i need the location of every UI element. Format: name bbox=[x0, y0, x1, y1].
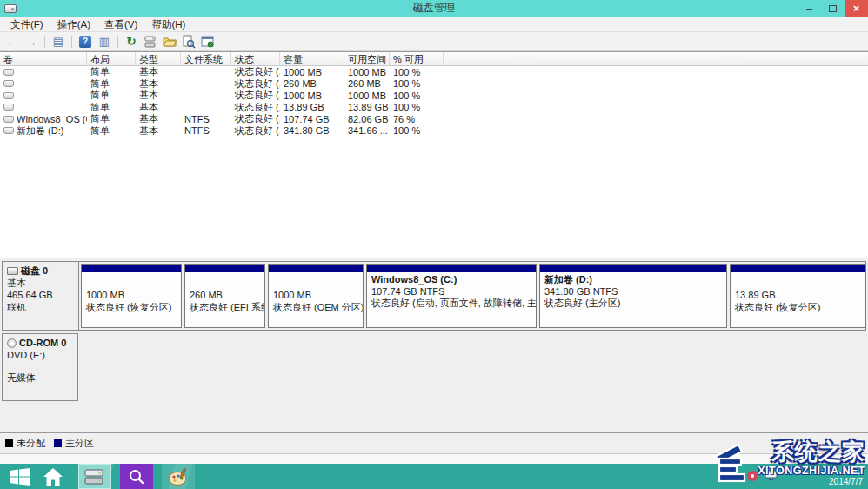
menu-view[interactable]: 查看(V) bbox=[97, 18, 144, 31]
show-tree-icon[interactable]: ▤ bbox=[50, 34, 67, 50]
cell-free: 260 MB bbox=[344, 78, 390, 89]
partition-box[interactable]: 新加卷 (D:)341.80 GB NTFS状态良好 (主分区) bbox=[539, 264, 727, 328]
partition-info: 1000 MB状态良好 (OEM 分区) bbox=[269, 272, 363, 327]
cell-volume bbox=[0, 92, 87, 99]
cell-type: 基本 bbox=[136, 124, 181, 137]
partition-name: Windows8_OS (C:) bbox=[371, 274, 531, 286]
back-icon[interactable]: ← bbox=[3, 34, 21, 50]
red-status-icon[interactable] bbox=[746, 470, 758, 484]
taskbar-apps bbox=[0, 464, 195, 489]
column-header-type[interactable]: 类型 bbox=[136, 52, 181, 66]
menu-file[interactable]: 文件(F) bbox=[3, 18, 50, 31]
manage-icon[interactable] bbox=[199, 34, 217, 50]
cell-pct: 100 % bbox=[390, 78, 444, 89]
disk-0-state: 联机 bbox=[7, 301, 74, 313]
disk-properties-icon[interactable] bbox=[142, 34, 159, 50]
cell-pct: 100 % bbox=[390, 90, 444, 101]
partition-size: 107.74 GB NTFS bbox=[371, 286, 531, 298]
partition-status: 状态良好 (主分区) bbox=[544, 298, 722, 310]
forward-icon[interactable]: → bbox=[23, 34, 40, 50]
open-folder-icon[interactable] bbox=[161, 34, 178, 50]
partition-status: 状态良好 (OEM 分区) bbox=[273, 302, 358, 314]
table-row[interactable]: Windows8_OS (C:)简单基本NTFS状态良好 (...107.74 … bbox=[0, 113, 868, 125]
windows-logo-icon[interactable] bbox=[7, 464, 33, 489]
partition-box[interactable]: Windows8_OS (C:)107.74 GB NTFS状态良好 (启动, … bbox=[366, 264, 537, 328]
cell-free: 13.89 GB bbox=[344, 102, 390, 112]
menu-help[interactable]: 帮助(H) bbox=[144, 18, 192, 31]
table-row[interactable]: 简单基本状态良好 (...13.89 GB13.89 GB100 % bbox=[0, 102, 868, 114]
column-header-free[interactable]: 可用空间 bbox=[344, 52, 390, 66]
taskbar-clock[interactable]: 17:42 2014/7/7 bbox=[829, 466, 863, 487]
volume-list-pane: 卷布局类型文件系统状态容量可用空间% 可用 简单基本状态良好 (...1000 … bbox=[0, 51, 868, 258]
legend-item-unallocated: 未分配 bbox=[5, 437, 45, 450]
partition-box[interactable]: 260 MB状态良好 (EFI 系统分 bbox=[184, 264, 265, 328]
green-status-icon[interactable] bbox=[728, 470, 740, 484]
cd-rom-icon bbox=[7, 338, 17, 348]
disk-0-label-panel[interactable]: 磁盘 0 基本 465.64 GB 联机 bbox=[3, 262, 79, 330]
column-header-filler bbox=[444, 52, 868, 66]
cell-volume bbox=[0, 104, 87, 111]
partition-status: 状态良好 (恢复分区) bbox=[735, 302, 861, 314]
partition-size: 1000 MB bbox=[273, 290, 358, 302]
table-row[interactable]: 简单基本状态良好 (...1000 MB1000 MB100 % bbox=[0, 66, 868, 78]
toolbar-separator bbox=[44, 36, 45, 48]
cell-fs: NTFS bbox=[181, 114, 231, 124]
partition-box[interactable]: 1000 MB状态良好 (恢复分区) bbox=[81, 264, 182, 328]
action-pane-icon[interactable]: ▥ bbox=[96, 34, 113, 50]
column-header-capacity[interactable]: 容量 bbox=[280, 52, 344, 66]
cell-layout: 简单 bbox=[87, 124, 136, 137]
view-icon[interactable] bbox=[180, 34, 197, 50]
volume-label: Windows8_OS (C:) bbox=[17, 114, 87, 124]
cdrom-0-row: CD-ROM 0 DVD (E:) 无媒体 bbox=[2, 333, 866, 401]
disk-0-type: 基本 bbox=[7, 277, 74, 289]
cdrom-0-drive: DVD (E:) bbox=[7, 349, 73, 361]
tray-expand-icon[interactable]: ▴ bbox=[718, 472, 722, 482]
legend-bar: 未分配主分区 bbox=[0, 432, 868, 453]
column-header-status[interactable]: 状态 bbox=[231, 52, 280, 66]
column-header-pct[interactable]: % 可用 bbox=[390, 52, 444, 66]
cell-capacity: 107.74 GB bbox=[280, 114, 344, 124]
disk-management-window: 磁盘管理 –× 文件(F)操作(A)查看(V)帮助(H) ←→▤?▥↻ 卷布局类… bbox=[0, 0, 868, 464]
partition-box[interactable]: 1000 MB状态良好 (OEM 分区) bbox=[268, 264, 364, 328]
disk-0-size: 465.64 GB bbox=[7, 289, 74, 301]
menu-action[interactable]: 操作(A) bbox=[50, 18, 97, 31]
table-row[interactable]: 简单基本状态良好 (...1000 MB1000 MB100 % bbox=[0, 90, 868, 102]
column-header-layout[interactable]: 布局 bbox=[87, 52, 136, 66]
legend-label: 主分区 bbox=[65, 437, 94, 450]
volume-icon bbox=[3, 80, 14, 87]
partition-info: Windows8_OS (C:)107.74 GB NTFS状态良好 (启动, … bbox=[367, 272, 536, 327]
cdrom-0-label-panel[interactable]: CD-ROM 0 DVD (E:) 无媒体 bbox=[2, 333, 78, 401]
cell-status: 状态良好 (... bbox=[231, 124, 280, 137]
cell-capacity: 13.89 GB bbox=[280, 102, 344, 112]
refresh-icon[interactable]: ↻ bbox=[123, 34, 140, 50]
cell-free: 1000 MB bbox=[344, 67, 390, 77]
disk-management-icon[interactable] bbox=[78, 464, 111, 489]
legend-color-unallocated bbox=[5, 439, 13, 447]
partition-info: 13.89 GB状态良好 (恢复分区) bbox=[731, 272, 865, 327]
partition-box[interactable]: 13.89 GB状态良好 (恢复分区) bbox=[730, 264, 866, 328]
column-header-fs[interactable]: 文件系统 bbox=[181, 52, 231, 66]
table-row[interactable]: 新加卷 (D:)简单基本NTFS状态良好 (...341.80 GB341.66… bbox=[0, 125, 868, 137]
home-icon[interactable] bbox=[40, 464, 66, 489]
table-body: 简单基本状态良好 (...1000 MB1000 MB100 %简单基本状态良好… bbox=[0, 66, 868, 137]
help-icon[interactable]: ? bbox=[77, 34, 94, 50]
partition-info: 1000 MB状态良好 (恢复分区) bbox=[82, 272, 181, 327]
volume-icon bbox=[3, 69, 14, 76]
window-title: 磁盘管理 bbox=[0, 1, 868, 16]
partition-status: 状态良好 (EFI 系统分 bbox=[190, 302, 260, 314]
partition-color-bar bbox=[731, 265, 865, 272]
cell-pct: 100 % bbox=[390, 125, 444, 136]
paint-icon[interactable] bbox=[162, 464, 195, 489]
network-icon[interactable] bbox=[765, 470, 778, 483]
cell-volume: 新加卷 (D:) bbox=[0, 124, 87, 137]
taskbar: ▴ 17:42 2014/7/7 bbox=[0, 464, 868, 489]
partition-size: 1000 MB bbox=[86, 290, 177, 302]
search-icon[interactable] bbox=[120, 464, 153, 489]
cell-free: 1000 MB bbox=[344, 90, 390, 101]
disk-0-partitions: 1000 MB状态良好 (恢复分区)260 MB状态良好 (EFI 系统分100… bbox=[79, 262, 868, 330]
partition-size: 13.89 GB bbox=[735, 290, 861, 302]
toolbar-separator bbox=[71, 36, 72, 48]
column-header-volume[interactable]: 卷 bbox=[0, 52, 87, 66]
partition-color-bar bbox=[367, 265, 536, 272]
table-row[interactable]: 简单基本状态良好 (...260 MB260 MB100 % bbox=[0, 78, 868, 90]
